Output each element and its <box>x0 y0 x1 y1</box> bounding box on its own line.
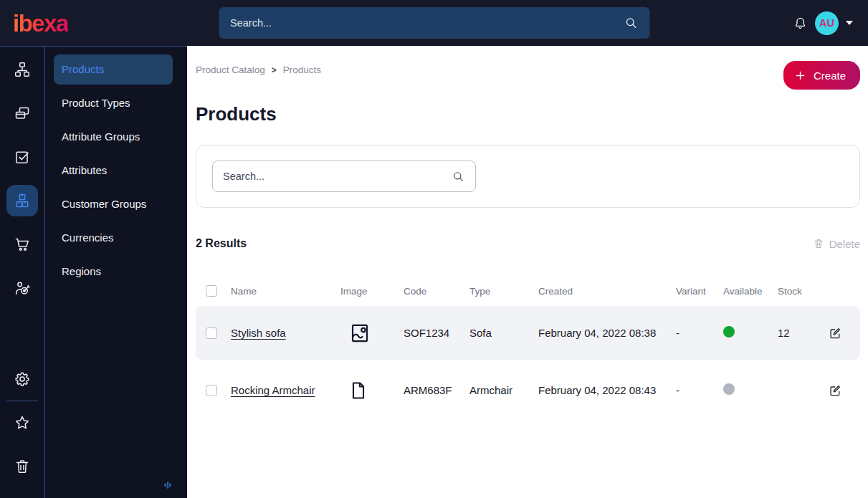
breadcrumb-parent[interactable]: Product Catalog <box>196 64 265 75</box>
file-icon <box>340 380 404 401</box>
search-icon[interactable] <box>452 170 465 183</box>
global-search <box>219 7 649 39</box>
delete-button[interactable]: Delete <box>813 238 860 250</box>
sidebar: Products Product Types Attribute Groups … <box>45 46 187 498</box>
edit-icon[interactable] <box>822 326 860 340</box>
sidebar-item-attributes[interactable]: Attributes <box>54 155 173 186</box>
page-title: Products <box>196 103 860 125</box>
plus-icon <box>793 69 807 82</box>
create-button-label: Create <box>814 70 846 82</box>
table-row: Rocking Armchair ARM683F Armchair Februa… <box>196 363 860 417</box>
col-header-code: Code <box>404 286 469 297</box>
main-header: Product Catalog > Products Create <box>196 61 860 90</box>
table-header-row: Name Image Code Type Created Variant Ava… <box>196 279 860 303</box>
sidebar-item-regions[interactable]: Regions <box>54 257 173 287</box>
trash-icon <box>813 238 824 249</box>
product-code: SOF1234 <box>404 327 469 339</box>
filter-search <box>212 161 476 192</box>
bell-icon[interactable] <box>793 16 808 31</box>
product-type: Armchair <box>469 384 538 396</box>
products-table: Name Image Code Type Created Variant Ava… <box>196 279 860 417</box>
sidebar-item-products[interactable]: Products <box>54 54 173 85</box>
product-variant: - <box>676 384 723 396</box>
product-name-link[interactable]: Stylish sofa <box>231 327 286 339</box>
rail-divider <box>6 401 38 401</box>
shell: Products Product Types Attribute Groups … <box>0 46 868 498</box>
col-header-stock: Stock <box>778 286 822 297</box>
col-header-image: Image <box>340 286 404 297</box>
create-button[interactable]: Create <box>783 61 860 90</box>
settings-gear-icon[interactable] <box>6 363 38 395</box>
row-checkbox[interactable] <box>206 385 217 396</box>
app-window: ibexa AU <box>0 0 868 498</box>
product-type: Sofa <box>469 327 538 339</box>
bookmarks-star-icon[interactable] <box>6 407 38 439</box>
sidebar-item-attribute-groups[interactable]: Attribute Groups <box>54 122 173 152</box>
sidebar-item-customer-groups[interactable]: Customer Groups <box>54 189 173 219</box>
results-count: 2 Results <box>196 237 247 250</box>
global-search-input[interactable] <box>230 17 624 29</box>
results-bar: 2 Results Delete <box>196 237 860 250</box>
col-header-name: Name <box>231 286 340 297</box>
product-stock: 12 <box>778 327 822 339</box>
sidebar-item-product-types[interactable]: Product Types <box>54 88 173 118</box>
delete-button-label: Delete <box>829 238 860 250</box>
filter-search-input[interactable] <box>223 171 452 182</box>
pages-icon[interactable] <box>6 97 38 129</box>
filter-card <box>196 145 860 208</box>
product-created: February 04, 2022 08:43 <box>538 384 676 396</box>
tasks-check-icon[interactable] <box>6 141 38 173</box>
edit-icon[interactable] <box>822 383 860 398</box>
select-all-checkbox[interactable] <box>206 285 217 297</box>
topbar-right: AU <box>793 0 853 46</box>
row-checkbox[interactable] <box>206 327 217 339</box>
breadcrumb-current: Products <box>283 64 321 75</box>
product-variant: - <box>676 327 723 339</box>
col-header-type: Type <box>469 286 538 297</box>
content-tree-icon[interactable] <box>6 54 38 85</box>
breadcrumb-separator: > <box>272 65 277 75</box>
image-icon <box>340 322 404 345</box>
product-code: ARM683F <box>404 384 469 396</box>
search-icon[interactable] <box>624 16 638 30</box>
commerce-cart-icon[interactable] <box>6 229 38 260</box>
caret-down-icon[interactable] <box>846 21 853 25</box>
sidebar-item-currencies[interactable]: Currencies <box>54 223 173 253</box>
topbar: ibexa AU <box>0 0 868 46</box>
col-header-available: Available <box>723 286 778 297</box>
ibexa-logo: ibexa <box>13 11 68 35</box>
col-header-created: Created <box>538 286 676 297</box>
nav-rail <box>0 46 45 498</box>
product-created: February 04, 2022 08:38 <box>538 327 676 339</box>
available-status-dot <box>723 326 735 337</box>
col-header-variant: Variant <box>676 286 723 297</box>
breadcrumb: Product Catalog > Products <box>196 64 321 75</box>
products-boxes-icon[interactable] <box>6 185 38 216</box>
rail-bottom-group <box>0 363 44 494</box>
collapse-panel-icon[interactable] <box>161 479 174 492</box>
main-content: Product Catalog > Products Create Produc… <box>187 46 868 498</box>
trash-icon[interactable] <box>6 451 38 482</box>
personalization-target-icon[interactable] <box>6 272 38 304</box>
product-name-link[interactable]: Rocking Armchair <box>231 384 315 396</box>
table-row: Stylish sofa SOF1234 Sofa February 04, 2… <box>196 306 860 360</box>
avatar[interactable]: AU <box>815 11 839 35</box>
available-status-dot <box>723 383 735 395</box>
